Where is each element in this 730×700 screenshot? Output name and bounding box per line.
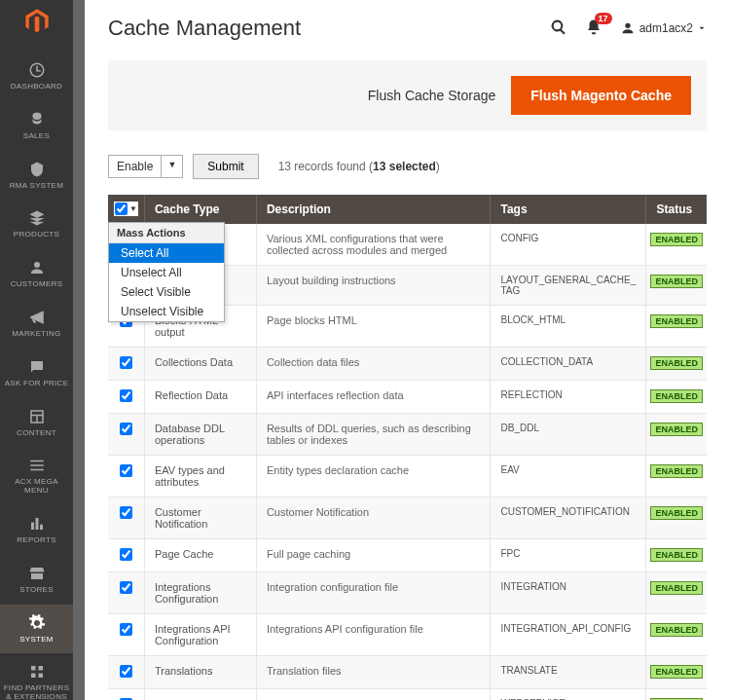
cell-tags: CONFIG [491,224,646,266]
nav-label: SALES [23,132,50,141]
cell-type: Integrations Configuration [144,572,256,614]
status-badge: ENABLED [650,275,703,288]
chevron-down-icon: ▼ [162,155,183,178]
nav-dashboard[interactable]: DASHBOARD [0,52,73,101]
mass-unselect-all[interactable]: Unselect All [109,263,224,282]
flush-magento-button[interactable]: Flush Magento Cache [511,76,691,115]
cell-tags: INTEGRATION_API_CONFIG [491,614,646,656]
nav-stores[interactable]: STORES [0,555,73,605]
table-row[interactable]: Database DDL operationsResults of DDL qu… [108,414,707,456]
mass-unselect-visible[interactable]: Unselect Visible [109,302,224,321]
nav-label: ASK FOR PRICE [5,380,69,388]
nav-rma[interactable]: RMA SYSTEM [0,151,73,201]
cell-tags: DB_DDL [491,414,646,456]
cell-tags: COLLECTION_DATA [491,348,646,381]
col-type-header[interactable]: Cache Type [144,195,256,224]
nav-content[interactable]: CONTENT [0,398,73,448]
row-checkbox[interactable] [120,389,132,402]
mass-actions-dropdown: Mass Actions Select All Unselect All Sel… [108,222,225,322]
mass-select-all[interactable]: Select All [109,243,224,263]
table-row[interactable]: Collections DataCollection data filesCOL… [108,348,707,381]
records-found: 13 records found (13 selected) [278,160,440,173]
nav-products[interactable]: PRODUCTS [0,200,73,249]
col-status-header[interactable]: Status [646,195,707,224]
flush-storage-button[interactable]: Flush Cache Storage [366,78,498,113]
cell-type: EAV types and attributes [144,456,256,497]
cell-description: Collection data files [256,348,491,381]
cell-tags: REFLECTION [491,381,646,414]
nav-sales[interactable]: SALES [0,101,73,151]
nav-megamenu[interactable]: ACX MEGA MENU [0,447,73,505]
row-checkbox[interactable] [120,506,132,519]
cell-description: API interfaces reflection data [256,381,491,414]
nav-label: PRODUCTS [14,231,59,239]
nav-marketing[interactable]: MARKETING [0,299,73,349]
cell-tags: CUSTOMER_NOTIFICATION [491,497,646,539]
cell-description: Translation files [256,656,491,689]
cell-tags: WEBSERVICE [491,689,646,701]
nav-reports[interactable]: REPORTS [0,505,73,555]
cell-tags: BLOCK_HTML [491,306,646,348]
nav-label: CUSTOMERS [11,280,63,289]
row-checkbox[interactable] [120,665,132,678]
action-bar: Flush Cache Storage Flush Magento Cache [108,60,707,130]
cell-tags: INTEGRATION [491,572,646,614]
cell-description: Integration configuration file [256,572,491,614]
notification-badge: 17 [595,13,612,24]
cell-type: Database DDL operations [144,414,256,456]
user-menu[interactable]: adm1acx2 [620,20,707,36]
cell-description: Various XML configurations that were col… [256,224,491,266]
col-tags-header[interactable]: Tags [491,195,646,224]
nav-askprice[interactable]: ASK FOR PRICE [0,349,73,398]
grid-toolbar: Enable ▼ Submit 13 records found (13 sel… [108,154,707,179]
nav-partners[interactable]: FIND PARTNERS & EXTENSIONS [0,653,73,700]
nav-label: FIND PARTNERS & EXTENSIONS [2,684,71,700]
cell-type: Web Services Configuration [144,689,256,701]
username: adm1acx2 [639,21,693,35]
magento-logo-icon [23,8,51,38]
table-row[interactable]: Web Services ConfigurationREST and SOAP … [108,689,707,701]
mass-select-visible[interactable]: Select Visible [109,282,224,302]
row-checkbox[interactable] [120,423,132,435]
table-row[interactable]: Customer NotificationCustomer Notificati… [108,497,707,539]
mass-actions-header: Mass Actions [109,223,224,243]
status-badge: ENABLED [650,665,703,679]
select-all-checkbox[interactable] [115,203,128,215]
table-row[interactable]: Integrations ConfigurationIntegration co… [108,572,707,614]
col-desc-header[interactable]: Description [256,195,491,224]
table-row[interactable]: Page CacheFull page cachingFPCENABLED [108,539,707,572]
cell-type: Integrations API Configuration [144,614,256,656]
row-checkbox[interactable] [120,464,132,477]
search-icon[interactable] [550,18,567,39]
nav-label: RMA SYSTEM [10,182,63,191]
nav-label: ACX MEGA MENU [2,478,71,496]
submit-button[interactable]: Submit [193,154,258,179]
cell-description: Customer Notification [256,497,491,539]
table-row[interactable]: Reflection DataAPI interfaces reflection… [108,381,707,414]
status-badge: ENABLED [650,233,703,246]
header-actions: 17 adm1acx2 [550,18,707,39]
main-content: Cache Management 17 adm1acx2 Flush Cache… [85,0,730,700]
table-row[interactable]: EAV types and attributesEntity types dec… [108,456,707,497]
cell-description: Full page caching [256,539,491,572]
page-title: Cache Management [108,16,301,41]
status-badge: ENABLED [650,314,703,328]
row-checkbox[interactable] [120,581,132,594]
status-badge: ENABLED [650,548,703,562]
row-checkbox[interactable] [120,356,132,369]
sidebar: DASHBOARD SALES RMA SYSTEM PRODUCTS CUST… [0,0,73,700]
sidebar-edge [73,0,85,700]
row-checkbox[interactable] [120,548,132,561]
cell-type: Page Cache [144,539,256,572]
row-checkbox[interactable] [120,623,132,636]
table-row[interactable]: TranslationsTranslation filesTRANSLATEEN… [108,656,707,689]
notifications-icon[interactable]: 17 [585,18,602,39]
nav-customers[interactable]: CUSTOMERS [0,249,73,299]
table-row[interactable]: Integrations API ConfigurationIntegratio… [108,614,707,656]
cell-description: Entity types declaration cache [256,456,491,497]
nav-label: SYSTEM [19,636,54,645]
nav-system[interactable]: SYSTEM [0,605,73,654]
mass-action-select[interactable]: Enable ▼ [108,155,183,178]
col-checkbox[interactable]: ▼ [108,195,144,224]
status-badge: ENABLED [650,389,703,403]
